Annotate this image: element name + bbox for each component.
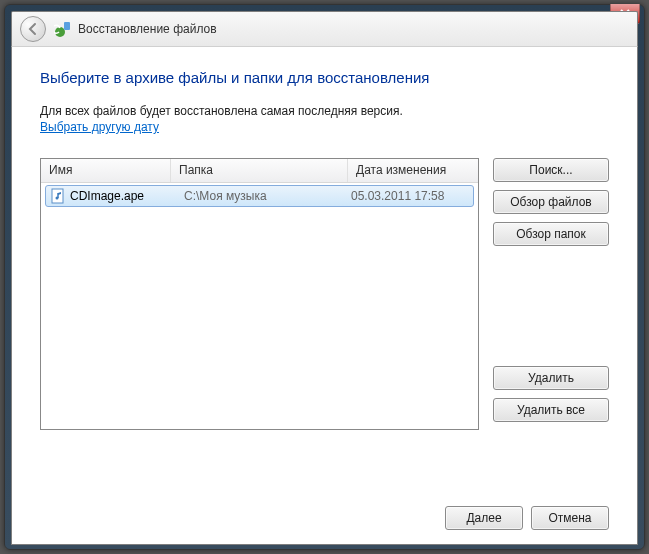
file-list[interactable]: Имя Папка Дата изменения C xyxy=(40,158,479,430)
choose-date-link[interactable]: Выбрать другую дату xyxy=(40,120,159,134)
file-folder: C:\Моя музыка xyxy=(176,189,343,203)
svg-point-3 xyxy=(56,197,59,200)
header-bar: Восстановление файлов xyxy=(11,11,638,47)
search-button[interactable]: Поиск... xyxy=(493,158,609,182)
page-subtext: Для всех файлов будет восстановлена сама… xyxy=(40,104,609,118)
body-row: Имя Папка Дата изменения C xyxy=(40,158,609,430)
page-heading: Выберите в архиве файлы и папки для восс… xyxy=(40,69,609,86)
restore-icon xyxy=(54,20,72,38)
back-button[interactable] xyxy=(20,16,46,42)
remove-button[interactable]: Удалить xyxy=(493,366,609,390)
window-title: Восстановление файлов xyxy=(78,22,217,36)
dialog-window: Восстановление файлов Выберите в архиве … xyxy=(4,4,645,550)
side-buttons: Поиск... Обзор файлов Обзор папок Удалит… xyxy=(493,158,609,430)
cancel-button[interactable]: Отмена xyxy=(531,506,609,530)
col-header-name[interactable]: Имя xyxy=(41,159,171,182)
list-header: Имя Папка Дата изменения xyxy=(41,159,478,183)
arrow-left-icon xyxy=(26,22,40,36)
file-name: CDImage.ape xyxy=(70,189,144,203)
audio-file-icon xyxy=(50,188,66,204)
col-header-modified[interactable]: Дата изменения xyxy=(348,159,478,182)
svg-rect-1 xyxy=(64,22,70,30)
file-modified: 05.03.2011 17:58 xyxy=(343,189,473,203)
list-body: CDImage.ape C:\Моя музыка 05.03.2011 17:… xyxy=(41,183,478,429)
list-item[interactable]: CDImage.ape C:\Моя музыка 05.03.2011 17:… xyxy=(45,185,474,207)
content-area: Выберите в архиве файлы и папки для восс… xyxy=(11,47,638,545)
svg-point-0 xyxy=(55,27,65,37)
footer-buttons: Далее Отмена xyxy=(445,506,609,530)
next-button[interactable]: Далее xyxy=(445,506,523,530)
browse-files-button[interactable]: Обзор файлов xyxy=(493,190,609,214)
browse-folders-button[interactable]: Обзор папок xyxy=(493,222,609,246)
spacer xyxy=(493,254,609,366)
col-header-folder[interactable]: Папка xyxy=(171,159,348,182)
remove-all-button[interactable]: Удалить все xyxy=(493,398,609,422)
